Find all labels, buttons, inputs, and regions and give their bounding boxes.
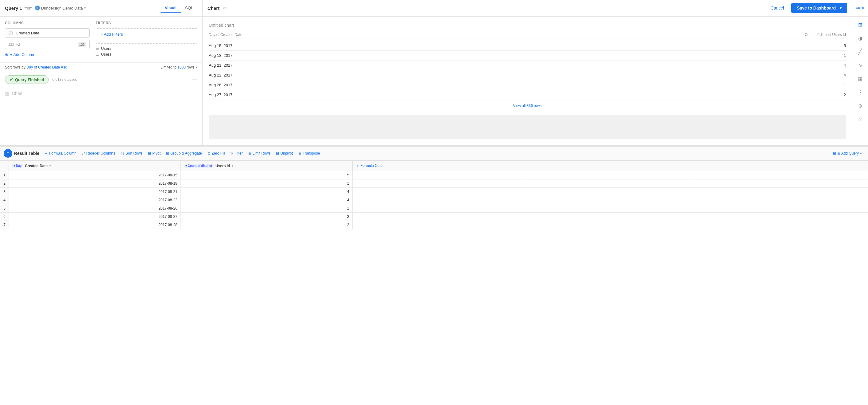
limit-chevron-icon[interactable]: ▾ [195,65,197,69]
pivot-button[interactable]: ⊞ Pivot [146,150,162,157]
line-chart-icon[interactable]: ╱ [856,47,865,57]
cell-empty-1b [696,171,868,179]
tab-visual[interactable]: Visual [160,4,181,12]
row-num-1: 1 [0,171,9,179]
add-icon: ⊕ [5,52,8,57]
scatter-icon[interactable]: ⊕ [856,101,865,111]
chart-untitled-title[interactable]: Untitled chart [209,23,846,28]
pivot-icon: ⊞ [148,151,151,155]
save-label: Save to Dashboard [797,5,836,10]
users-tag-0[interactable]: ☰ Users [96,46,197,51]
minimize-button[interactable]: — [192,77,197,82]
column-name-created-date: Created Date [16,31,39,35]
zero-fill-icon: ⊘ [208,151,211,155]
row-num-6: 6 [0,213,9,221]
add-query-button[interactable]: ⊞ ⊞ Add Query ▾ [831,150,864,157]
sort-rows-button[interactable]: ↑↓ Sort Rows [119,150,144,157]
users-id-chevron-icon[interactable]: ▾ [232,164,233,168]
users-tag-1[interactable]: ☰ Users [96,52,197,57]
chart-row-5: Aug 27, 2017 2 [209,90,846,100]
cell-empty-3b [696,188,868,196]
cell-empty-5b [696,204,868,213]
dots-icon[interactable]: ⁙ [856,114,865,124]
formula-column-button[interactable]: ＋ Formula Column [42,150,78,157]
db-badge[interactable]: D Dundersign Demo Data ▾ [35,5,86,10]
users-label-0: Users [101,46,112,51]
clock-icon: 🕐 [8,31,13,35]
row-num-4: 4 [0,196,9,204]
unpivot-icon: ⊟ [276,151,279,155]
add-query-chevron-icon: ▾ [860,151,862,155]
sort-rows-icon: ↑↓ [121,151,124,155]
row-num-2: 2 [0,179,9,188]
cell-count-5: 1 [181,204,352,213]
col-header-created-date[interactable]: ▾ Day Created Date ▾ [9,161,181,171]
col-header-formula[interactable]: ＋ Formula Column [352,161,524,171]
add-filter-button[interactable]: + Add Filters [101,32,123,36]
filter-button[interactable]: ▽ Filter [229,150,245,157]
add-query-icon: ⊞ [833,151,836,155]
cell-empty-3a [524,188,696,196]
cell-formula-5 [352,204,524,213]
pie-icon[interactable]: ◑ [856,33,865,43]
chart-row-0: Aug 15, 2017 5 [209,41,846,51]
count-distinct-tag: ▾ Count of distinct [184,164,214,168]
limit-rows-icon: ⊟ [248,151,251,155]
bar-chart-icon[interactable]: ▦ [856,74,865,84]
chart-row-3: Aug 22, 2017 4 [209,70,846,80]
filters-label: Filters [96,21,197,25]
group-aggregate-button[interactable]: ⊞ Group & Aggregate [164,150,204,157]
formula-col-add-label: Formula Column [360,164,388,168]
save-to-dashboard-button[interactable]: Save to Dashboard ▾ [791,3,847,13]
limit-text: Limited to [160,65,177,69]
view-all-rows-link[interactable]: View all 836 rows [209,100,846,112]
unpivot-button[interactable]: ⊟ Unpivot [274,150,294,157]
result-toolbar: T Result Table ＋ Formula Column ⇄ Reorde… [0,147,868,161]
add-column-label: + Add Column [10,52,35,57]
cell-date-7: 2017-08-28 [9,221,181,229]
sort-field-link[interactable]: Day of Created Date Asc [26,65,67,69]
cell-date-3: 2017-08-21 [9,188,181,196]
chart-placeholder[interactable]: ▦ Chart [0,87,202,99]
chart-row-1: Aug 18, 2017 1 [209,51,846,61]
users-icon-0: ☰ [96,47,99,51]
cell-empty-4b [696,196,868,204]
elapsed-time: 0.013s elapsed [53,78,78,82]
cancel-button[interactable]: Cancel [767,4,788,12]
zero-fill-button[interactable]: ⊘ Zero Fill [206,150,227,157]
filter-area[interactable]: + Add Filters [96,28,197,44]
chart-date-col-label: Day of Created Date [209,33,242,37]
hash-icon: 123 [8,43,14,47]
created-date-chevron-icon[interactable]: ▾ [50,164,51,168]
data-table: ▾ Day Created Date ▾ ▾ Count of distinct… [0,161,868,229]
cell-count-6: 2 [181,213,352,221]
cell-count-4: 4 [181,196,352,204]
reorder-columns-button[interactable]: ⇄ Reorder Columns [80,150,117,157]
tab-sql[interactable]: SQL [181,4,197,12]
column-created-date[interactable]: 🕐 Created Date [5,28,90,38]
cell-formula-6 [352,213,524,221]
cell-empty-2a [524,179,696,188]
gear-icon[interactable]: ⚙ [223,6,227,10]
cell-empty-4a [524,196,696,204]
query-status-bar: ✔ Query Finished 0.013s elapsed — [0,72,202,87]
column-name-id: Id [16,42,20,47]
result-table-title: Result Table [14,151,39,156]
table-icon[interactable]: ⊞ [856,20,865,29]
area-chart-icon[interactable]: ∿ [856,60,865,70]
chart-count-col-label: Count of distinct Users Id [805,33,846,37]
row-num-5: 5 [0,204,9,213]
save-dropdown-arrow-icon[interactable]: ▾ [837,6,842,10]
combo-chart-icon[interactable]: ⋮ [856,87,865,97]
row-num-7: 7 [0,221,9,229]
cell-count-2: 1 [181,179,352,188]
add-column-button[interactable]: ⊕ + Add Column [5,51,90,58]
col-header-users-id[interactable]: ▾ Count of distinct Users Id ▾ [181,161,352,171]
auto-badge: AUTO [856,6,864,9]
from-label: from [25,6,33,10]
reorder-icon: ⇄ [82,151,85,155]
limit-rows-button[interactable]: ⊟ Limit Rows [246,150,273,157]
transpose-button[interactable]: ⊟ Transpose [297,150,322,157]
column-id[interactable]: 123 Id 123 [5,40,90,49]
limit-num[interactable]: 1000 [177,65,187,69]
